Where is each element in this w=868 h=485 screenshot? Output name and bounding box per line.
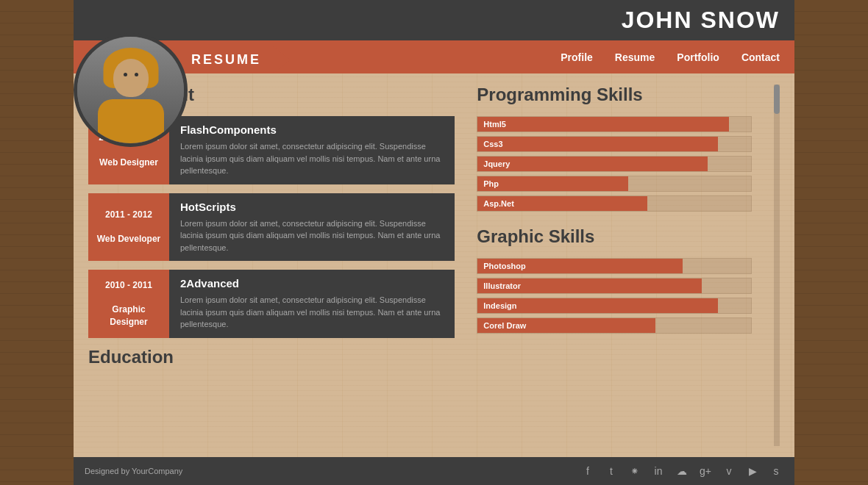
skill-label-illustrator: Illustrator bbox=[477, 279, 527, 293]
nav-profile[interactable]: Profile bbox=[561, 51, 593, 63]
skill-label-jquery: Jquery bbox=[477, 157, 525, 171]
graphic-skills-title: Graphic Skills bbox=[477, 226, 752, 247]
avatar-face bbox=[113, 59, 149, 97]
vimeo-icon[interactable]: v bbox=[722, 464, 736, 478]
skill-label-html5: Html5 bbox=[477, 117, 525, 132]
employment-item-2: 2010 - 2011 Graphic Designer 2Advanced L… bbox=[88, 270, 455, 338]
skill-coreldraw: Corel Draw bbox=[477, 317, 752, 334]
graphic-skills-section: Graphic Skills Photoshop Illustrator Ind… bbox=[477, 226, 752, 334]
scrollbar[interactable] bbox=[774, 85, 780, 446]
skill-label-css3: Css3 bbox=[477, 137, 525, 151]
emp-date-1: 2011 - 2012 Web Developer bbox=[88, 193, 169, 262]
resume-label: RESUME bbox=[177, 46, 291, 73]
education-title: Education bbox=[88, 347, 455, 367]
skill-aspnet: Asp.Net bbox=[477, 195, 752, 212]
employment-item-1: 2011 - 2012 Web Developer HotScripts Lor… bbox=[88, 193, 455, 262]
footer-credit: Designed by YourCompany bbox=[85, 467, 182, 475]
scrollbar-thumb[interactable] bbox=[774, 85, 780, 114]
nav-bar: RESUME Profile Resume Portfolio Contact bbox=[74, 40, 794, 73]
header-top: JOHN SNOW bbox=[74, 0, 794, 40]
wood-right-panel bbox=[794, 0, 868, 485]
main-wrapper: JOHN SNOW RESUME bbox=[74, 0, 794, 485]
avatar-body bbox=[98, 99, 164, 143]
avatar bbox=[74, 33, 188, 147]
gplus-icon[interactable]: g+ bbox=[698, 464, 713, 478]
flickr-icon[interactable]: ⁕ bbox=[627, 464, 642, 478]
facebook-icon[interactable]: f bbox=[580, 464, 595, 478]
emp-date-2: 2010 - 2011 Graphic Designer bbox=[88, 270, 169, 338]
twitter-icon[interactable]: t bbox=[604, 464, 619, 478]
skill-illustrator: Illustrator bbox=[477, 278, 752, 294]
skill-label-indesign: Indesign bbox=[477, 298, 525, 313]
site-title: JOHN SNOW bbox=[622, 7, 780, 34]
skill-jquery: Jquery bbox=[477, 156, 752, 172]
avatar-image bbox=[77, 37, 184, 143]
emp-content-0: FlashComponents Lorem ipsum dolor sit am… bbox=[169, 116, 455, 184]
skill-label-photoshop: Photoshop bbox=[477, 259, 531, 273]
programming-skills-section: Programming Skills Html5 Css3 Jquery Php bbox=[477, 85, 752, 212]
nav-portfolio[interactable]: Portfolio bbox=[677, 51, 719, 63]
skill-php: Php bbox=[477, 176, 752, 192]
footer: Designed by YourCompany f t ⁕ in ☁ g+ v … bbox=[74, 457, 794, 485]
skill-photoshop: Photoshop bbox=[477, 258, 752, 274]
nav-contact[interactable]: Contact bbox=[741, 51, 780, 63]
skype-icon[interactable]: s bbox=[769, 464, 783, 478]
linkedin-icon[interactable]: in bbox=[651, 464, 666, 478]
skill-html5: Html5 bbox=[477, 116, 752, 132]
programming-skills-title: Programming Skills bbox=[477, 85, 752, 105]
right-column: Programming Skills Html5 Css3 Jquery Php bbox=[477, 85, 752, 446]
emp-content-2: 2Advanced Lorem ipsum dolor sit amet, co… bbox=[169, 270, 455, 338]
skill-label-coreldraw: Corel Draw bbox=[477, 318, 532, 333]
wood-left-panel bbox=[0, 0, 74, 485]
nav-menu: Profile Resume Portfolio Contact bbox=[561, 51, 780, 63]
skill-css3: Css3 bbox=[477, 136, 752, 152]
skill-label-php: Php bbox=[477, 176, 525, 191]
skill-label-aspnet: Asp.Net bbox=[477, 196, 525, 211]
nav-resume[interactable]: Resume bbox=[615, 51, 655, 63]
skill-indesign: Indesign bbox=[477, 298, 752, 314]
emp-content-1: HotScripts Lorem ipsum dolor sit amet, c… bbox=[169, 193, 455, 262]
cloud-icon[interactable]: ☁ bbox=[675, 464, 689, 478]
social-icons: f t ⁕ in ☁ g+ v ▶ s bbox=[580, 464, 783, 478]
youtube-icon[interactable]: ▶ bbox=[745, 464, 760, 478]
